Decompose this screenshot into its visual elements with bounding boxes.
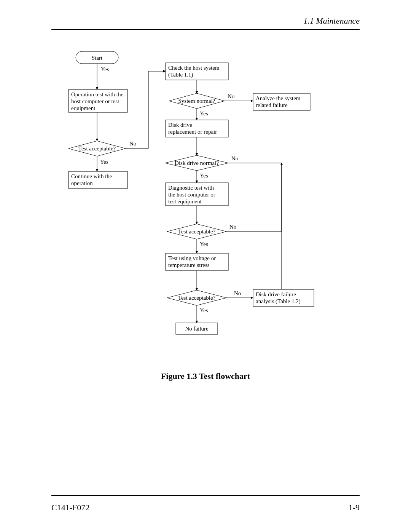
- label-no-4: No: [229, 224, 236, 230]
- test-acceptable-3: Test acceptable?: [178, 295, 216, 301]
- label-yes-3: Yes: [200, 110, 208, 117]
- continue-line1: Continue with the: [71, 173, 112, 179]
- diskrepl-2: replacement or repair: [168, 129, 217, 135]
- page-header: 1.1 Maintenance: [303, 16, 360, 26]
- label-yes-2: Yes: [100, 159, 108, 165]
- op-test-line3: equipment: [71, 105, 96, 111]
- label-no: No: [129, 141, 136, 147]
- op-test-line1: Operation test with the: [71, 91, 123, 97]
- system-normal: System normal?: [178, 98, 215, 104]
- analyze-1: Analyze the system: [256, 95, 301, 101]
- figure-caption: Figure 1.3 Test flowchart: [0, 371, 411, 381]
- label-yes-5: Yes: [200, 241, 208, 247]
- rule-top: [51, 29, 360, 30]
- diag-1: Diagnostic test with: [168, 185, 214, 191]
- test-acceptable-2: Test acceptable?: [178, 228, 216, 235]
- diag-2: the host computer or: [168, 192, 215, 198]
- no-failure: No failure: [185, 326, 209, 332]
- label-yes-6: Yes: [200, 307, 208, 313]
- footer-left: C141-F072: [51, 503, 89, 513]
- page: 1.1 Maintenance Start Yes Operation test…: [0, 0, 411, 532]
- check-host-2: (Table 1.1): [168, 72, 193, 78]
- check-host-1: Check the host system: [168, 65, 220, 71]
- diskrepl-1: Disk drive: [168, 122, 192, 128]
- ddfail-1: Disk drive failure: [256, 291, 296, 297]
- rule-bottom: [51, 495, 360, 496]
- op-test-line2: host computer or test: [71, 98, 119, 104]
- test-acceptable-1: Test acceptable?: [78, 145, 116, 152]
- stress-1: Test using voltage or: [168, 255, 216, 261]
- flowchart: Start Yes Operation test with the host c…: [51, 48, 360, 364]
- start-label: Start: [92, 55, 103, 61]
- diag-3: test equipment: [168, 198, 202, 204]
- label-no-2: No: [228, 93, 234, 99]
- analyze-2: related failure: [256, 102, 288, 108]
- ddfail-2: analysis (Table 1.2): [256, 298, 301, 305]
- label-no-5: No: [234, 290, 241, 296]
- disk-normal: Disk drive normal?: [175, 160, 219, 166]
- continue-line2: operation: [71, 180, 93, 186]
- label-yes: Yes: [101, 66, 109, 72]
- footer-right: 1-9: [349, 503, 360, 513]
- label-yes-4: Yes: [200, 173, 208, 179]
- label-no-3: No: [231, 155, 238, 161]
- stress-2: temperature stress: [168, 262, 210, 268]
